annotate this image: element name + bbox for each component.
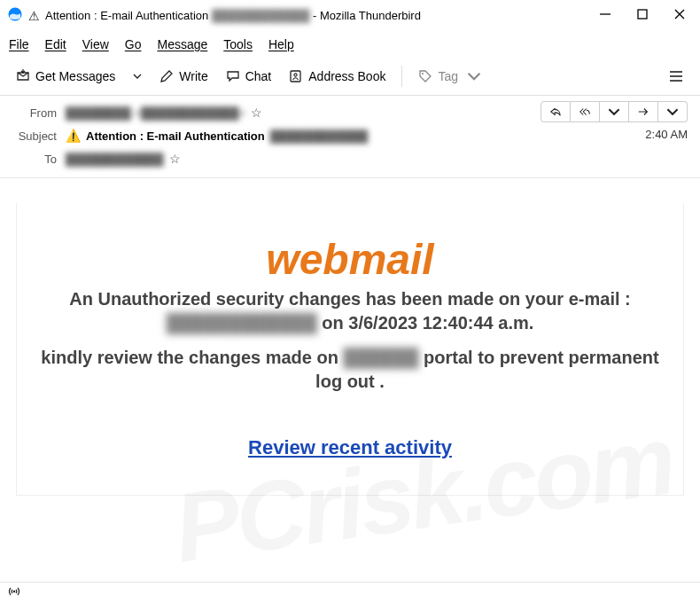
menu-edit[interactable]: Edit [45, 37, 66, 51]
write-button[interactable]: Write [152, 65, 214, 88]
broadcast-icon[interactable] [7, 584, 21, 601]
star-icon[interactable]: ☆ [169, 152, 181, 166]
app-icon [7, 6, 23, 25]
forward-button[interactable] [629, 101, 658, 122]
reply-toolbar [541, 101, 688, 122]
chat-button[interactable]: Chat [219, 65, 279, 88]
header-subject-row: Subject ⚠️ Attention : E-mail Authentica… [12, 124, 532, 147]
webmail-brand: webmail [35, 235, 665, 284]
header-right: 2:40 AM [541, 101, 688, 170]
hamburger-menu-button[interactable] [661, 64, 691, 89]
menu-go[interactable]: Go [125, 37, 142, 51]
warning-icon: ⚠ [28, 9, 40, 23]
to-value: ████████████ [66, 153, 164, 166]
get-messages-button[interactable]: Get Messages [9, 65, 122, 88]
menu-view[interactable]: View [82, 37, 109, 51]
star-icon[interactable]: ☆ [251, 106, 262, 120]
window-controls [599, 8, 693, 23]
address-book-button[interactable]: Address Book [282, 65, 393, 88]
toolbar-separator [401, 66, 402, 87]
message-body: webmail An Unauthorized security changes… [0, 178, 700, 577]
minimize-button[interactable] [599, 8, 611, 23]
review-activity-link[interactable]: Review recent activity [248, 436, 452, 459]
header-to-row: To ████████████ ☆ [12, 147, 532, 170]
svg-point-6 [294, 73, 297, 75]
titlebar: ⚠ Attention : E-mail Authentication ████… [0, 0, 700, 32]
from-value: ████████ <████████████> [66, 106, 245, 120]
reply-dropdown[interactable] [600, 101, 629, 122]
menu-message[interactable]: Message [157, 37, 207, 51]
to-label: To [12, 153, 57, 166]
more-dropdown[interactable] [658, 101, 688, 122]
menu-help[interactable]: Help [268, 37, 294, 51]
menu-tools[interactable]: Tools [223, 37, 253, 51]
svg-rect-2 [638, 10, 647, 19]
close-button[interactable] [673, 8, 686, 23]
svg-point-11 [13, 591, 15, 592]
svg-point-7 [422, 73, 424, 74]
get-messages-dropdown[interactable] [126, 67, 149, 85]
reply-all-button[interactable] [571, 101, 600, 122]
body-line-2: kindly review the changes made on ██████… [35, 346, 665, 394]
menu-file[interactable]: File [9, 37, 29, 51]
body-line-1: An Unauthorized security changes has bee… [35, 287, 665, 335]
window-title: Attention : E-mail Authentication ██████… [45, 9, 421, 22]
reply-button[interactable] [541, 101, 571, 122]
tag-button[interactable]: Tag [411, 65, 488, 88]
message-time: 2:40 AM [645, 128, 688, 141]
subject-text: Attention : E-mail Authentication [86, 129, 265, 143]
maximize-button[interactable] [636, 8, 649, 23]
subject-label: Subject [12, 129, 57, 143]
statusbar [0, 582, 700, 603]
toolbar: Get Messages Write Chat Address Book Tag [0, 57, 700, 96]
message-headers: From ████████ <████████████> ☆ Subject ⚠… [0, 96, 700, 178]
subject-redacted: ████████████ [270, 129, 369, 143]
header-from-row: From ████████ <████████████> ☆ [12, 101, 532, 124]
from-label: From [12, 106, 57, 120]
warning-icon: ⚠️ [66, 129, 81, 143]
menubar: File Edit View Go Message Tools Help [0, 32, 700, 57]
